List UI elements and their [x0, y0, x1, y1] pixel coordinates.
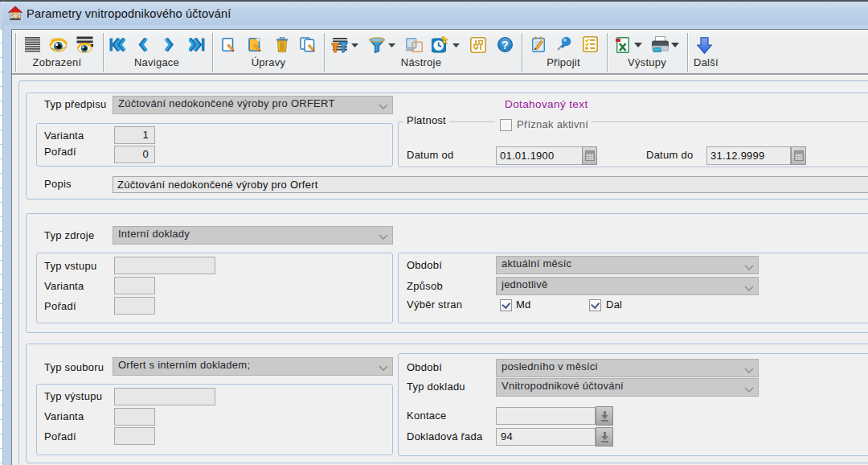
svg-text:?: ?	[502, 39, 509, 51]
